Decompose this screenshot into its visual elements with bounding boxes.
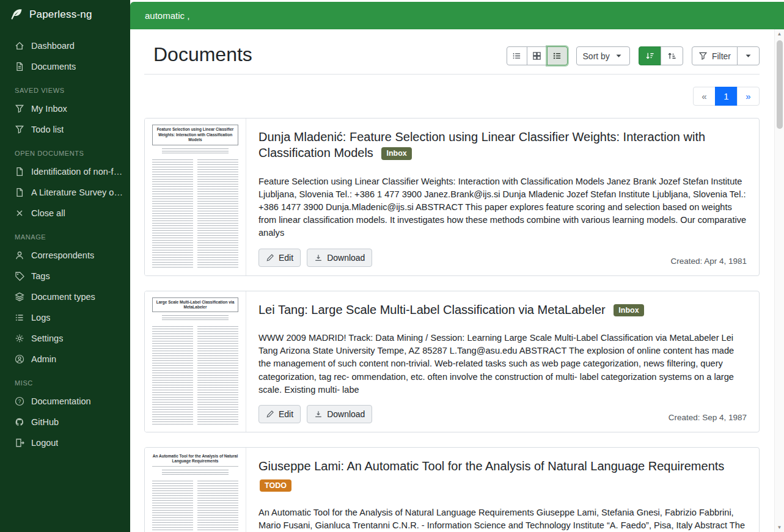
document-card-body: Dunja Mladenić: Feature Selection using … (246, 118, 759, 275)
sidebar-item-todo-list[interactable]: Todo list (0, 119, 130, 140)
list-view-icon (512, 51, 521, 60)
sidebar-item-label: Document types (31, 292, 95, 302)
sidebar-item-logout[interactable]: Logout (0, 432, 130, 453)
app-brand-link[interactable]: Paperless-ng (0, 0, 130, 29)
thumbnail-authors (162, 148, 229, 155)
thumbnail-text (152, 481, 238, 532)
sort-ascending-button[interactable] (661, 46, 683, 65)
created-date: Created: Apr 4, 1981 (670, 257, 747, 267)
document-actions: Edit Download (258, 405, 378, 423)
sidebar-item-correspondents[interactable]: Correspondents (0, 245, 130, 266)
sidebar-item-admin[interactable]: Admin (0, 349, 130, 370)
person-circle-icon (15, 354, 24, 364)
thumbnail-title: Large Scale Multi-Label Classification v… (152, 297, 238, 313)
pagination-prev[interactable]: « (693, 87, 716, 106)
sidebar-item-label: Logs (31, 313, 50, 322)
document-excerpt: Feature Selection using Linear Classifie… (258, 175, 747, 240)
chevron-down-icon (744, 51, 753, 60)
document-card: Feature Selection using Linear Classifie… (144, 118, 760, 275)
download-button[interactable]: Download (307, 249, 372, 267)
edit-label: Edit (279, 253, 293, 263)
paperless-logo-icon (10, 8, 23, 21)
document-title[interactable]: Lei Tang: Large Scale Multi-Label Classi… (258, 302, 747, 318)
sidebar-item-label: Documents (31, 62, 76, 71)
funnel-icon (698, 51, 708, 60)
vertical-scrollbar[interactable]: ▲ ▼ (774, 29, 784, 532)
documents-icon (15, 62, 24, 71)
chevron-down-icon (614, 51, 623, 60)
grid-view-button[interactable] (527, 46, 548, 65)
tag-badge[interactable]: Inbox (381, 147, 411, 160)
sort-descending-button[interactable] (639, 46, 661, 65)
app-title: Paperless-ng (29, 9, 92, 21)
sidebar-item-my-inbox[interactable]: My Inbox (0, 98, 130, 119)
sidebar-item-logs[interactable]: Logs (0, 307, 130, 328)
section-heading-saved-views: SAVED VIEWS (0, 77, 130, 98)
help-icon (15, 396, 24, 406)
thumbnail-text (152, 326, 238, 426)
document-card-footer: Edit Download Created: Apr 4, 1981 (258, 249, 747, 267)
document-card-body: Lei Tang: Large Scale Multi-Label Classi… (246, 291, 759, 432)
filter-group: Filter (692, 46, 760, 65)
tag-icon (15, 271, 24, 281)
search-input[interactable] (130, 2, 784, 29)
document-thumbnail[interactable]: An Automatic Tool for the Analysis of Na… (145, 448, 246, 532)
sidebar-item-label: My Inbox (31, 104, 67, 114)
logout-icon (15, 438, 24, 448)
download-button[interactable]: Download (307, 405, 372, 423)
close-icon (15, 208, 24, 218)
sidebar-item-dashboard[interactable]: Dashboard (0, 35, 130, 56)
document-excerpt: WWW 2009 MADRID! Track: Data Mining / Se… (258, 332, 747, 396)
sidebar-item-open-document-1[interactable]: Identification of non-fu... (0, 161, 130, 182)
document-title[interactable]: Dunja Mladenić: Feature Selection using … (258, 129, 747, 161)
sidebar-item-label: Identification of non-fu... (31, 167, 124, 177)
tag-badge[interactable]: TODO (260, 479, 291, 492)
scroll-down-arrow-icon[interactable]: ▼ (775, 523, 784, 532)
sort-by-dropdown[interactable]: Sort by (576, 46, 630, 65)
sidebar-item-documentation[interactable]: Documentation (0, 391, 130, 412)
section-heading-open-documents: OPEN DOCUMENTS (0, 140, 130, 161)
tag-badge[interactable]: Inbox (614, 304, 643, 317)
sidebar-item-close-all[interactable]: Close all (0, 203, 130, 224)
sidebar-item-documents[interactable]: Documents (0, 56, 130, 77)
document-thumbnail[interactable]: Large Scale Multi-Label Classification v… (145, 291, 246, 432)
sort-descending-icon (645, 51, 654, 60)
sidebar-item-label: Settings (31, 333, 63, 343)
section-heading-misc: MISC (0, 370, 130, 391)
sidebar-item-settings[interactable]: Settings (0, 328, 130, 349)
sidebar-item-open-document-2[interactable]: A Literature Survey on ... (0, 182, 130, 203)
file-icon (15, 188, 24, 197)
sidebar-nav: Dashboard Documents SAVED VIEWS My Inbox… (0, 29, 130, 453)
document-title-text: Lei Tang: Large Scale Multi-Label Classi… (258, 303, 606, 316)
document-card-body: Giuseppe Lami: An Automatic Tool for the… (246, 448, 759, 532)
thumbnail-title: Feature Selection using Linear Classifie… (152, 125, 238, 145)
sidebar-item-label: Dashboard (31, 41, 75, 51)
document-card: Large Scale Multi-Label Classification v… (144, 291, 760, 432)
sidebar-item-label: Todo list (31, 125, 64, 134)
edit-button[interactable]: Edit (258, 405, 301, 423)
funnel-icon (15, 104, 24, 114)
pagination-next[interactable]: » (737, 87, 760, 106)
detail-view-button[interactable] (547, 46, 568, 65)
filter-button[interactable]: Filter (692, 46, 738, 65)
scrollbar-thumb[interactable] (777, 40, 783, 129)
download-icon (314, 253, 323, 262)
document-thumbnail[interactable]: Feature Selection using Linear Classifie… (145, 118, 246, 275)
pencil-icon (266, 410, 274, 418)
filter-dropdown-toggle[interactable] (737, 46, 760, 65)
pencil-icon (266, 253, 274, 262)
sidebar-item-document-types[interactable]: Document types (0, 286, 130, 307)
scroll-up-arrow-icon[interactable]: ▲ (775, 29, 784, 38)
list-view-button[interactable] (507, 46, 527, 65)
sidebar-item-tags[interactable]: Tags (0, 266, 130, 286)
edit-button[interactable]: Edit (258, 249, 301, 267)
sidebar-item-label: A Literature Survey on ... (31, 188, 124, 197)
sidebar-item-github[interactable]: GitHub (0, 412, 130, 432)
thumbnail-authors (162, 470, 229, 476)
detail-view-icon (552, 51, 562, 60)
funnel-icon (15, 125, 24, 134)
sidebar-item-label: Close all (31, 208, 65, 218)
pagination-page-1[interactable]: 1 (715, 87, 738, 106)
thumbnail-text (152, 159, 238, 269)
document-title[interactable]: Giuseppe Lami: An Automatic Tool for the… (258, 458, 747, 492)
